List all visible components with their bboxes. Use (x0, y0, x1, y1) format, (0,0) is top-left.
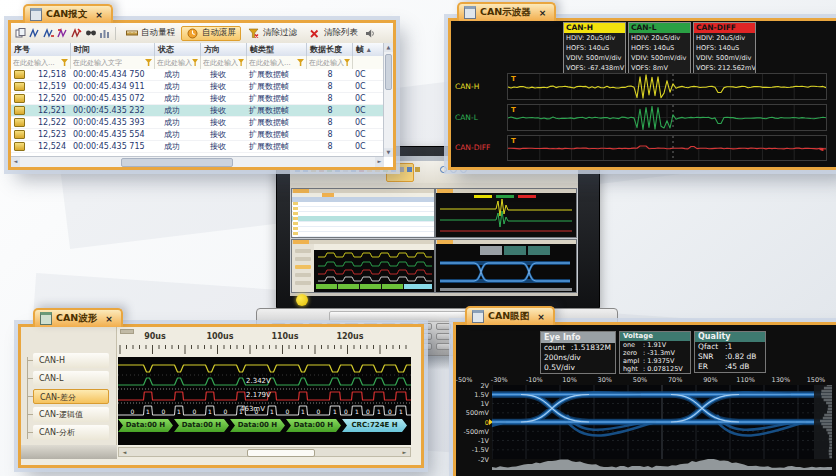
scroll-up-icon[interactable]: ▲ (384, 43, 393, 52)
edge-next-icon[interactable] (42, 27, 55, 40)
laptop-screen (290, 156, 578, 296)
keyboard-key[interactable] (436, 333, 451, 340)
label: SNR (698, 352, 725, 362)
panel-can-oscilloscope: CAN示波器 × CAN-HHDIV: 20uS/divHOFS: 140uSV… (448, 18, 836, 170)
column-header[interactable]: 帧类型 (247, 43, 307, 56)
tab-can-oscilloscope[interactable]: CAN示波器 × (457, 2, 556, 21)
table-row[interactable]: 12,51900:00:45.434 911成功接收扩展数据帧80C (11, 81, 384, 93)
x-axis-label: 10% (556, 376, 584, 384)
column-settings-icon[interactable] (98, 27, 111, 40)
sidebar-item-4[interactable]: CAN-逻辑值 (33, 407, 109, 422)
table-row[interactable]: 12,52200:00:45.435 393成功接收扩展数据帧80C (11, 117, 384, 129)
table-row[interactable]: 12,51800:00:45.434 750成功接收扩展数据帧80C (11, 69, 384, 81)
filter-icon[interactable] (145, 59, 152, 66)
tab-can-eye-diagram[interactable]: CAN眼图 × (465, 306, 555, 325)
mini-analysis-blocks (316, 284, 432, 289)
graphic (492, 459, 832, 470)
filter-icon[interactable] (61, 59, 68, 66)
tree-line (27, 357, 28, 439)
export-icon[interactable] (14, 27, 27, 40)
mini-row-icons (293, 202, 298, 237)
filter-cell[interactable]: 在此处输入... (155, 56, 201, 69)
scrollbar-thumb[interactable] (385, 54, 392, 90)
filter-cell[interactable]: 在此处输入文字 (71, 56, 155, 69)
table-row[interactable]: 12,52400:00:45.435 715成功接收扩展数据帧80C (11, 141, 384, 153)
panel-can-messages: CAN报文 × 自动量程 自动滚屏 (8, 20, 396, 170)
scrollbar-thumb[interactable] (121, 158, 233, 167)
edge-prev-icon[interactable] (28, 27, 41, 40)
auto-range-button[interactable]: 自动量程 (120, 26, 180, 41)
filter-icon[interactable] (192, 59, 198, 66)
table-row[interactable]: 12,52000:00:45.435 072成功接收扩展数据帧80C (11, 93, 384, 105)
cell-direction: 接收 (201, 93, 247, 104)
filter-cell[interactable] (353, 56, 384, 69)
sidebar-item-2[interactable]: CAN-L (33, 371, 109, 386)
filter-icon[interactable] (344, 59, 350, 66)
scrollbar-thumb[interactable] (247, 449, 315, 457)
filter-cell[interactable]: 在此处输入... (11, 56, 71, 69)
scope-strip: T (507, 104, 827, 131)
mini-sidebar-item (295, 249, 311, 253)
filter-icon[interactable] (297, 59, 304, 66)
error-prev-icon[interactable] (56, 27, 69, 40)
horizontal-scrollbar[interactable]: ◄► (11, 156, 384, 167)
keyboard-key[interactable] (436, 343, 451, 350)
filter-cell[interactable]: 在此处输入... (247, 56, 307, 69)
column-header[interactable]: 序号 (11, 43, 71, 56)
horizontal-scrollbar[interactable]: ◄► (118, 447, 411, 457)
column-header[interactable]: 方向 (201, 43, 247, 56)
table-row[interactable]: 12,52300:00:45.435 554成功接收扩展数据帧80C (11, 129, 384, 141)
ruler-handle[interactable] (120, 329, 134, 334)
search-icon[interactable] (84, 27, 97, 40)
vertical-scrollbar[interactable]: ▲▼ (383, 43, 393, 157)
scroll-down-icon[interactable]: ▼ (384, 148, 393, 157)
table-row[interactable]: 12,52100:00:45.435 232成功接收扩展数据帧80C (11, 105, 384, 117)
error-next-icon[interactable] (70, 27, 83, 40)
value: : 1.91V (643, 341, 666, 349)
scroll-left-icon[interactable]: ◄ (11, 157, 20, 167)
cell-status: 成功 (155, 69, 201, 80)
tab-label: CAN眼图 (488, 310, 529, 323)
filter-cell[interactable]: 在此处输入... (201, 56, 247, 69)
voltage-box: Voltageone: 1.91Vzero: -31.3mVampl: 1.93… (619, 331, 691, 374)
filter-cell[interactable]: 在此处输入... (307, 56, 353, 69)
column-header[interactable]: 数据长度 (307, 43, 353, 56)
column-header[interactable]: 帧 ▴ (353, 43, 384, 56)
channel-info-box: CAN-LHDIV: 20uS/divHOFS: 140uSVDIV: 500m… (628, 22, 691, 75)
close-icon[interactable]: × (95, 10, 103, 20)
column-header[interactable]: 状态 (155, 43, 201, 56)
quality-box: QualityQfact:1SNR:0.82 dBER:45 dB (694, 331, 766, 373)
filter-icon[interactable] (238, 59, 244, 66)
cell-time: 00:00:45.434 911 (71, 82, 155, 91)
close-icon[interactable]: × (539, 8, 547, 18)
cell-frame-type: 扩展数据帧 (247, 105, 307, 116)
cell-direction: 接收 (201, 117, 247, 128)
tab-can-messages[interactable]: CAN报文 × (23, 4, 113, 23)
close-icon[interactable]: × (537, 312, 545, 322)
cell-time: 00:00:45.435 715 (71, 142, 155, 151)
timeline-ruler: 90us100us110us120us (118, 327, 411, 357)
tab-can-waveform[interactable]: CAN波形 × (33, 308, 123, 327)
scroll-left-icon[interactable]: ◄ (120, 448, 129, 456)
scroll-right-icon[interactable]: ► (400, 448, 409, 456)
filter-placeholder: 在此处输入... (157, 58, 192, 68)
sidebar-item-3[interactable]: CAN-差分 (33, 389, 109, 404)
close-icon[interactable]: × (105, 314, 113, 324)
sidebar-item-5[interactable]: CAN-分析 (33, 425, 109, 440)
clear-list-button[interactable]: 清除列表 (303, 26, 363, 41)
auto-scroll-button[interactable]: 自动滚屏 (181, 26, 241, 41)
graphic (316, 251, 432, 287)
message-icon-glyph (14, 106, 25, 115)
filter-row: 在此处输入...在此处输入文字在此处输入...在此处输入...在此处输入...在… (11, 56, 384, 70)
auto-range-icon (125, 27, 138, 40)
sidebar-item-1[interactable]: CAN-H (33, 353, 109, 368)
keyboard-key[interactable] (436, 323, 451, 330)
column-header[interactable]: 时间 (71, 43, 155, 56)
window-icon (30, 8, 42, 21)
clear-filter-button[interactable]: 清除过滤 (242, 26, 302, 41)
ruler-label: 120us (334, 332, 366, 341)
label: one (623, 341, 643, 349)
scroll-right-icon[interactable]: ► (375, 157, 384, 167)
sound-icon[interactable] (364, 27, 377, 40)
filter-placeholder: 在此处输入... (13, 58, 55, 68)
